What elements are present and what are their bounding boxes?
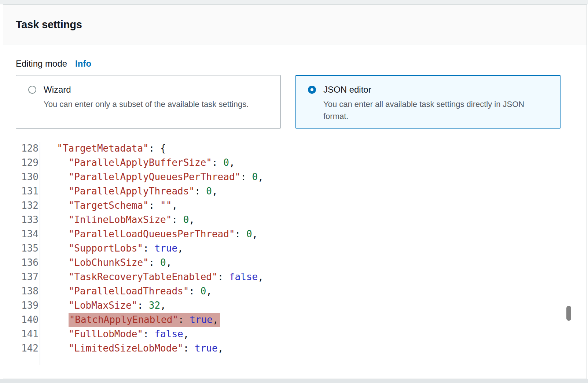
json-editor-radio-button[interactable] [308, 86, 316, 94]
wizard-option-label: Wizard [44, 85, 71, 95]
line-number: 137 [16, 270, 38, 284]
info-link[interactable]: Info [75, 59, 91, 69]
line-number: 128 [16, 141, 38, 156]
line-number: 132 [16, 198, 38, 213]
code-line: 133 "InlineLobMaxSize": 0, [16, 213, 574, 227]
code-line: 141 "FullLobMode": false, [16, 327, 574, 341]
code-text: "ParallelApplyThreads": 0, [38, 184, 218, 198]
line-number: 131 [16, 184, 38, 198]
json-editor-option-label: JSON editor [323, 85, 371, 95]
line-number: 135 [16, 241, 38, 256]
editing-mode-options: Wizard You can enter only a subset of th… [16, 75, 574, 129]
code-text: "TargetMetadata": { [38, 141, 166, 156]
code-line: 138 "ParallelLoadThreads": 0, [16, 284, 574, 298]
code-text: "LimitedSizeLobMode": true, [38, 341, 223, 356]
code-text: "BatchApplyEnabled": true, [38, 313, 220, 327]
line-number: 142 [16, 341, 38, 356]
page-title: Task settings [16, 19, 82, 31]
code-line: 142 "LimitedSizeLobMode": true, [16, 341, 574, 356]
json-editor-option-head: JSON editor [308, 85, 553, 95]
line-number: 133 [16, 213, 38, 227]
code-line: 129 "ParallelApplyBufferSize": 0, [16, 156, 574, 170]
line-number: 139 [16, 298, 38, 313]
code-line: 135 "SupportLobs": true, [16, 241, 574, 256]
wizard-radio-button[interactable] [28, 86, 36, 94]
json-code-editor[interactable]: 128 "TargetMetadata": {129 "ParallelAppl… [16, 141, 574, 356]
editing-mode-label: Editing mode [16, 59, 67, 69]
panel-content: Editing mode Info Wizard You can enter o… [3, 59, 587, 356]
code-text: "LobChunkSize": 0, [38, 256, 172, 270]
code-text: "ParallelApplyQueuesPerThread": 0, [38, 170, 264, 184]
code-line: 128 "TargetMetadata": { [16, 141, 574, 156]
code-text: "InlineLobMaxSize": 0, [38, 213, 195, 227]
code-text: "TargetSchema": "", [38, 198, 177, 213]
json-editor-option-tile[interactable]: JSON editor You can enter all available … [295, 75, 561, 129]
code-text: "LobMaxSize": 32, [38, 298, 166, 313]
line-number: 130 [16, 170, 38, 184]
wizard-option-head: Wizard [28, 85, 273, 95]
code-line: 140 "BatchApplyEnabled": true, [16, 313, 574, 327]
code-text: "SupportLobs": true, [38, 241, 183, 256]
line-number: 136 [16, 256, 38, 270]
code-text: "FullLobMode": false, [38, 327, 189, 341]
line-number: 129 [16, 156, 38, 170]
code-line: 139 "LobMaxSize": 32, [16, 298, 574, 313]
editing-mode-row: Editing mode Info [16, 59, 574, 69]
code-line: 137 "TaskRecoveryTableEnabled": false, [16, 270, 574, 284]
json-editor-option-description: You can enter all available task setting… [323, 98, 546, 122]
code-line: 132 "TargetSchema": "", [16, 198, 574, 213]
code-lines: 128 "TargetMetadata": {129 "ParallelAppl… [16, 141, 574, 356]
code-line: 130 "ParallelApplyQueuesPerThread": 0, [16, 170, 574, 184]
wizard-option-tile[interactable]: Wizard You can enter only a subset of th… [16, 75, 281, 129]
highlighted-code: "BatchApplyEnabled": true, [69, 313, 220, 327]
code-line: 134 "ParallelLoadQueuesPerThread": 0, [16, 227, 574, 241]
gutter-separator [40, 142, 40, 365]
line-number: 138 [16, 284, 38, 298]
wizard-option-description: You can enter only a subset of the avail… [44, 98, 267, 110]
line-number: 140 [16, 313, 38, 327]
page-bottom-margin [0, 379, 588, 383]
code-text: "ParallelLoadQueuesPerThread": 0, [38, 227, 258, 241]
task-settings-panel: Task settings Editing mode Info Wizard Y… [3, 4, 587, 379]
line-number: 134 [16, 227, 38, 241]
code-text: "ParallelApplyBufferSize": 0, [38, 156, 235, 170]
code-text: "ParallelLoadThreads": 0, [38, 284, 212, 298]
code-line: 136 "LobChunkSize": 0, [16, 256, 574, 270]
scrollbar-thumb[interactable] [566, 306, 571, 321]
page-top-margin [0, 0, 588, 4]
code-line: 131 "ParallelApplyThreads": 0, [16, 184, 574, 198]
panel-header: Task settings [3, 5, 587, 45]
line-number: 141 [16, 327, 38, 341]
code-text: "TaskRecoveryTableEnabled": false, [38, 270, 264, 284]
